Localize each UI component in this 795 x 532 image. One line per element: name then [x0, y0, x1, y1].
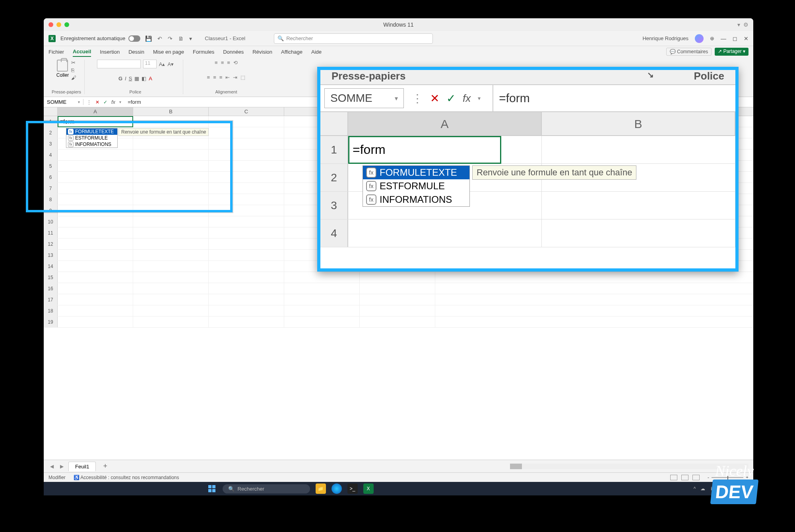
- cell[interactable]: [284, 316, 360, 327]
- cell[interactable]: [284, 305, 360, 316]
- mag-autocomplete-item[interactable]: fxINFORMATIONS: [363, 193, 469, 206]
- window-close-icon[interactable]: ✕: [744, 35, 748, 42]
- cell[interactable]: [209, 239, 284, 249]
- cell[interactable]: [133, 227, 209, 238]
- mag-col-b[interactable]: B: [542, 112, 735, 135]
- border-icon[interactable]: ▦: [134, 76, 139, 82]
- name-box-dropdown[interactable]: ▾: [78, 100, 80, 104]
- view-normal-icon[interactable]: [670, 475, 677, 480]
- mag-fx-dropdown[interactable]: ▾: [478, 95, 481, 101]
- align-center-icon[interactable]: ≡: [213, 74, 216, 80]
- row-header[interactable]: 13: [44, 250, 58, 260]
- cell[interactable]: [58, 172, 133, 183]
- tab-dessin[interactable]: Dessin: [128, 47, 144, 56]
- cell[interactable]: [58, 227, 133, 238]
- bold-button[interactable]: G: [118, 76, 122, 82]
- autocomplete-item[interactable]: fxESTFORMULE: [66, 135, 117, 141]
- tray-expand-icon[interactable]: ^: [694, 486, 696, 491]
- cell[interactable]: [284, 272, 360, 283]
- tab-affichage[interactable]: Affichage: [281, 47, 302, 56]
- add-sheet-button[interactable]: +: [99, 462, 111, 470]
- mag-autocomplete-item[interactable]: fxFORMULETEXTE: [363, 166, 469, 179]
- indent-increase-icon[interactable]: ⇥: [233, 74, 237, 80]
- cell[interactable]: [58, 305, 133, 316]
- cell[interactable]: [133, 194, 209, 205]
- align-bottom-icon[interactable]: ≡: [227, 60, 230, 66]
- cell[interactable]: [58, 294, 133, 305]
- cell[interactable]: [209, 261, 284, 272]
- align-right-icon[interactable]: ≡: [219, 74, 223, 80]
- sheet-nav-right[interactable]: ▶: [58, 464, 65, 469]
- orientation-icon[interactable]: ⟲: [233, 60, 238, 66]
- cell[interactable]: [209, 116, 284, 127]
- tab-mise-en-page[interactable]: Mise en page: [153, 47, 184, 56]
- status-accessibility[interactable]: ♿ Accessibilité : consultez nos recomman…: [74, 475, 179, 480]
- explorer-icon[interactable]: 📁: [316, 483, 326, 494]
- cell[interactable]: [133, 261, 209, 272]
- search-container[interactable]: 🔍 Rechercher: [274, 33, 433, 44]
- cell[interactable]: [209, 250, 284, 260]
- row-header[interactable]: 12: [44, 239, 58, 249]
- row-header[interactable]: 15: [44, 272, 58, 283]
- file-icon[interactable]: 🗎: [178, 35, 184, 42]
- cell[interactable]: [209, 161, 284, 171]
- mag-formula-bar-dots[interactable]: ⋮: [412, 92, 423, 105]
- autosave-toggle[interactable]: Enregistrement automatique: [60, 35, 140, 42]
- cut-icon[interactable]: ✂: [71, 60, 76, 66]
- mag-row-header[interactable]: 2: [320, 164, 348, 191]
- cell[interactable]: [133, 272, 209, 283]
- row-header[interactable]: 5: [44, 161, 58, 171]
- formula-bar-dots[interactable]: ⋮: [87, 99, 91, 105]
- cell[interactable]: [284, 283, 360, 294]
- cell[interactable]: [133, 205, 209, 216]
- start-button[interactable]: [207, 483, 217, 494]
- taskbar-search[interactable]: 🔍Rechercher: [223, 484, 310, 493]
- font-size-dropdown[interactable]: 11: [143, 60, 157, 68]
- paste-button[interactable]: Coller: [56, 60, 69, 81]
- cell[interactable]: [209, 127, 284, 138]
- cell[interactable]: [58, 272, 133, 283]
- increase-font-icon[interactable]: A▴: [159, 61, 165, 67]
- decrease-font-icon[interactable]: A▾: [167, 61, 174, 67]
- confirm-formula-icon[interactable]: ✓: [103, 99, 107, 105]
- window-restore-icon[interactable]: ◻: [733, 35, 737, 42]
- cell[interactable]: [209, 272, 284, 283]
- cell[interactable]: [360, 272, 435, 283]
- cell[interactable]: [133, 116, 209, 127]
- cell[interactable]: [133, 216, 209, 227]
- mag-name-box[interactable]: SOMME ▾: [324, 88, 404, 108]
- cell[interactable]: [360, 305, 435, 316]
- align-left-icon[interactable]: ≡: [207, 74, 210, 80]
- mag-formula-input[interactable]: =form: [493, 85, 731, 111]
- tab-fichier[interactable]: Fichier: [48, 47, 64, 56]
- tab-donnees[interactable]: Données: [223, 47, 244, 56]
- sheet-nav-left[interactable]: ◀: [48, 464, 55, 469]
- active-cell-a1[interactable]: =form: [58, 116, 133, 127]
- cell[interactable]: [58, 183, 133, 194]
- cell[interactable]: [58, 161, 133, 171]
- excel-taskbar-icon[interactable]: X: [363, 483, 374, 494]
- mag-active-cell[interactable]: =form: [348, 136, 501, 164]
- cell[interactable]: [360, 283, 435, 294]
- indent-decrease-icon[interactable]: ⇤: [225, 74, 230, 80]
- edge-icon[interactable]: [332, 483, 342, 494]
- italic-button[interactable]: I: [125, 76, 126, 82]
- mag-name-box-dropdown[interactable]: ▾: [395, 95, 398, 102]
- cell[interactable]: [133, 316, 209, 327]
- cell[interactable]: [209, 194, 284, 205]
- cell[interactable]: [209, 172, 284, 183]
- mag-cancel-icon[interactable]: ✕: [430, 92, 439, 105]
- cell[interactable]: [133, 183, 209, 194]
- row-header[interactable]: 1: [44, 116, 58, 127]
- tab-revision[interactable]: Révision: [252, 47, 272, 56]
- cell[interactable]: [209, 138, 284, 149]
- row-header[interactable]: 2: [44, 127, 58, 138]
- name-box[interactable]: SOMME ▾: [44, 99, 83, 105]
- cell[interactable]: [133, 283, 209, 294]
- cell[interactable]: [133, 250, 209, 260]
- cell[interactable]: [133, 172, 209, 183]
- row-header[interactable]: 3: [44, 138, 58, 149]
- cell[interactable]: [58, 316, 133, 327]
- cell[interactable]: [284, 294, 360, 305]
- redo-icon[interactable]: ↷: [168, 35, 173, 42]
